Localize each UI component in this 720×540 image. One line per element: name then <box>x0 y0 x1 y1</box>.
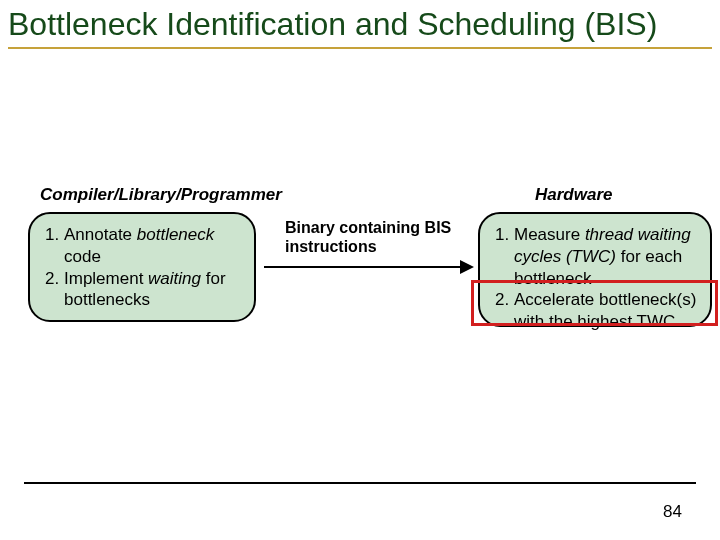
text: Annotate <box>64 225 137 244</box>
arrow-icon <box>264 260 474 274</box>
compiler-item-1: Annotate bottleneck code <box>64 224 244 268</box>
text: Implement <box>64 269 148 288</box>
label-hardware: Hardware <box>535 185 612 205</box>
label-compiler: Compiler/Library/Programmer <box>40 185 282 205</box>
compiler-item-2: Implement waiting for bottlenecks <box>64 268 244 312</box>
compiler-list: Annotate bottleneck code Implement waiti… <box>44 224 244 311</box>
page-number: 84 <box>663 502 682 522</box>
arrow-head <box>460 260 474 274</box>
arrow-label: Binary containing BIS instructions <box>285 218 455 256</box>
hardware-list: Measure thread waiting cycles (TWC) for … <box>494 224 700 333</box>
title-underline <box>8 47 712 49</box>
text-em: bottleneck <box>137 225 215 244</box>
slide-title: Bottleneck Identification and Scheduling… <box>8 6 712 43</box>
compiler-box: Annotate bottleneck code Implement waiti… <box>28 212 256 322</box>
text: Measure <box>514 225 585 244</box>
arrow-line <box>264 266 460 268</box>
hardware-item-2: Accelerate bottleneck(s) with the highes… <box>514 289 700 333</box>
hardware-box: Measure thread waiting cycles (TWC) for … <box>478 212 712 327</box>
footer-rule <box>24 482 696 484</box>
text: code <box>64 247 101 266</box>
slide: Bottleneck Identification and Scheduling… <box>0 0 720 540</box>
text-em: waiting <box>148 269 201 288</box>
title-block: Bottleneck Identification and Scheduling… <box>0 0 720 43</box>
hardware-item-1: Measure thread waiting cycles (TWC) for … <box>514 224 700 289</box>
